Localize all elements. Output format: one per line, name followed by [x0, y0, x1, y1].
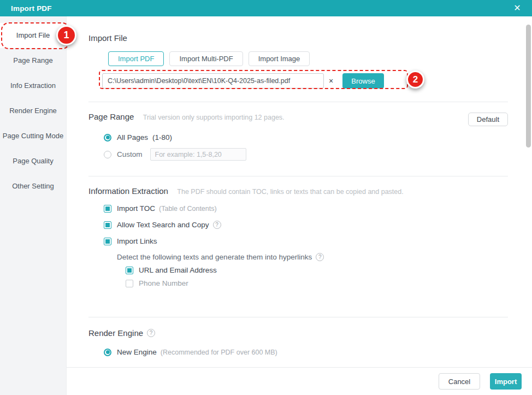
sidebar-item-page-quality[interactable]: Page Quality: [0, 149, 66, 174]
tab-import-multi-pdf[interactable]: Import Multi-PDF: [169, 51, 243, 66]
all-pages-label: All Pages: [117, 133, 148, 142]
custom-label: Custom: [117, 150, 143, 158]
render-engine-heading: Render Engine: [88, 328, 143, 338]
dialog-title: Import PDF: [0, 4, 52, 13]
tab-import-image[interactable]: Import Image: [249, 51, 310, 66]
new-engine-radio[interactable]: [104, 349, 111, 356]
footer: Cancel Import: [67, 367, 532, 395]
new-engine-label: New Engine: [117, 348, 157, 356]
all-pages-radio[interactable]: [104, 134, 111, 142]
file-path-row: × Browse: [102, 73, 508, 89]
sidebar-item-page-cutting-mode[interactable]: Page Cutting Mode: [0, 123, 66, 149]
info-extraction-heading: Information Extraction: [88, 186, 168, 196]
page-range-heading: Page Range: [88, 112, 134, 121]
section-info-extraction: Information Extraction The PDF should co…: [88, 186, 508, 287]
import-links-option[interactable]: Import Links: [104, 237, 508, 245]
new-engine-note: (Recommended for PDF over 600 MB): [161, 349, 277, 356]
section-import-file: Import File Import PDF Import Multi-PDF …: [88, 33, 508, 89]
tab-import-pdf[interactable]: Import PDF: [108, 51, 164, 66]
divider: [88, 102, 508, 102]
help-icon[interactable]: ?: [147, 329, 155, 337]
titlebar: Import PDF ✕: [0, 0, 532, 16]
browse-button[interactable]: Browse: [342, 73, 384, 89]
import-file-heading: Import File: [88, 33, 127, 43]
info-extraction-hint: The PDF should contain TOC, links or tex…: [177, 188, 403, 196]
url-email-label: URL and Email Address: [139, 266, 217, 274]
import-tabs: Import PDF Import Multi-PDF Import Image: [108, 51, 508, 66]
import-toc-checkbox[interactable]: [104, 205, 111, 213]
allow-text-search-option[interactable]: Allow Text Search and Copy ?: [104, 221, 508, 229]
custom-range-input[interactable]: [150, 148, 246, 161]
url-email-option[interactable]: URL and Email Address: [126, 266, 508, 274]
custom-option[interactable]: Custom: [104, 148, 508, 161]
phone-number-checkbox[interactable]: [126, 280, 133, 287]
import-links-label: Import Links: [117, 237, 157, 245]
import-pdf-dialog: Import PDF ✕ Import File Page Range Info…: [0, 0, 532, 395]
sidebar-item-other-setting[interactable]: Other Setting: [0, 174, 66, 199]
import-links-checkbox[interactable]: [104, 238, 111, 245]
phone-number-option[interactable]: Phone Number: [126, 279, 508, 287]
sidebar-item-page-range[interactable]: Page Range: [0, 48, 66, 73]
allow-text-search-label: Allow Text Search and Copy: [117, 221, 209, 229]
import-toc-note: (Table of Contents): [159, 205, 217, 213]
url-email-checkbox[interactable]: [126, 267, 133, 274]
sidebar-item-render-engine[interactable]: Render Engine: [0, 98, 66, 123]
vertical-scrollbar[interactable]: [526, 25, 531, 148]
page-range-hint: Trial version only supports importing 12…: [143, 114, 285, 121]
phone-number-label: Phone Number: [139, 279, 188, 287]
divider: [88, 176, 508, 176]
step1-badge: 1: [56, 25, 76, 45]
all-pages-range: (1-80): [152, 133, 172, 142]
sidebar-item-info-extraction[interactable]: Info Extraction: [0, 73, 66, 98]
detect-hyperlinks-line: Detect the following texts and generate …: [117, 253, 508, 261]
import-button[interactable]: Import: [490, 373, 522, 390]
close-icon[interactable]: ✕: [509, 0, 525, 16]
help-icon[interactable]: ?: [316, 253, 324, 261]
step2-badge: 2: [406, 70, 424, 89]
divider: [88, 317, 508, 317]
allow-text-search-checkbox[interactable]: [104, 221, 111, 229]
cancel-button[interactable]: Cancel: [439, 373, 480, 390]
help-icon[interactable]: ?: [213, 221, 221, 229]
custom-radio[interactable]: [104, 151, 111, 158]
import-toc-label: Import TOC: [117, 204, 155, 213]
file-path-input[interactable]: [102, 73, 324, 89]
default-button[interactable]: Default: [468, 113, 508, 126]
clear-path-icon[interactable]: ×: [324, 76, 338, 85]
main-panel: Import File Import PDF Import Multi-PDF …: [67, 16, 532, 395]
sidebar: Import File Page Range Info Extraction R…: [0, 16, 67, 395]
new-engine-option[interactable]: New Engine (Recommended for PDF over 600…: [104, 348, 508, 356]
section-render-engine: Render Engine ? New Engine (Recommended …: [88, 328, 508, 356]
all-pages-option[interactable]: All Pages (1-80): [104, 133, 508, 142]
detect-hyperlinks-label: Detect the following texts and generate …: [117, 253, 312, 261]
section-page-range: Page Range Trial version only supports i…: [88, 112, 508, 161]
import-toc-option[interactable]: Import TOC (Table of Contents): [104, 204, 508, 213]
